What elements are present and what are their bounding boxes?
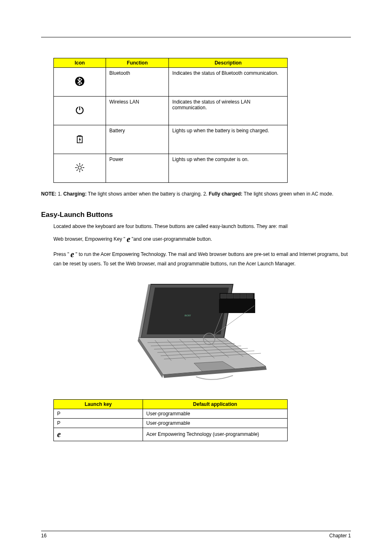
col-description: Description — [169, 58, 288, 68]
svg-line-12 — [82, 170, 83, 170]
table-row: Bluetooth Indicates the status of Blueto… — [54, 68, 288, 97]
table-row: Battery Lights up when the battery is be… — [54, 125, 288, 154]
launch-key-p1: P — [54, 409, 143, 418]
table-row: e Acer Empowering Technology (user-progr… — [54, 428, 288, 441]
col-launchkey: Launch key — [54, 399, 143, 409]
laptop-figure: acer — [114, 280, 278, 383]
chapter-label: Chapter 1 — [329, 533, 351, 539]
func-wlan: Wireless LAN — [106, 97, 169, 125]
func-bluetooth: Bluetooth — [106, 68, 169, 97]
page-number: 16 — [41, 533, 46, 539]
paragraph-3: Press " e " to run the Acer Empowering T… — [53, 249, 351, 267]
svg-rect-35 — [221, 294, 226, 298]
launch-key-e: e — [54, 428, 143, 441]
func-battery: Battery — [106, 125, 169, 154]
svg-rect-37 — [234, 294, 240, 298]
indicator-icons-table: Icon Function Description Bluetooth Indi… — [53, 58, 288, 183]
wireless-lan-icon — [74, 104, 85, 116]
svg-marker-5 — [79, 137, 81, 143]
empowering-key-icon: e — [71, 250, 74, 259]
svg-text:acer: acer — [184, 313, 191, 317]
empowering-key-icon: e — [127, 235, 130, 244]
launch-app-p1: User-programmable — [143, 409, 288, 418]
table-row: P User-programmable — [54, 409, 288, 418]
svg-point-6 — [78, 166, 81, 169]
svg-line-14 — [77, 170, 78, 170]
bluetooth-icon — [74, 76, 85, 87]
svg-rect-38 — [240, 294, 246, 298]
svg-rect-40 — [219, 299, 255, 313]
power-icon — [74, 162, 85, 173]
launch-key-p2: P — [54, 418, 143, 428]
battery-icon — [74, 133, 85, 145]
paragraph-2: Web browser, Empowering Key " e "and one… — [53, 233, 351, 245]
svg-line-13 — [82, 165, 83, 166]
col-defaultapp: Default application — [143, 399, 288, 409]
empowering-key-icon: e — [57, 430, 61, 439]
launch-keys-table: Launch key Default application P User-pr… — [53, 399, 288, 441]
table-row: Wireless LAN Indicates the status of wir… — [54, 97, 288, 125]
desc-bluetooth: Indicates the status of Bluetooth commun… — [169, 68, 288, 97]
col-icon: Icon — [54, 58, 106, 68]
svg-rect-39 — [247, 294, 253, 298]
launch-app-e: Acer Empowering Technology (user-program… — [143, 428, 288, 441]
desc-battery: Lights up when the battery is being char… — [169, 125, 288, 154]
svg-rect-36 — [227, 294, 233, 298]
page-footer: 16 Chapter 1 — [41, 531, 351, 539]
func-power: Power — [106, 154, 169, 183]
table-row: P User-programmable — [54, 418, 288, 428]
section-title: Easy-Launch Buttons — [41, 211, 351, 219]
desc-power: Lights up when the computer is on. — [169, 154, 288, 183]
desc-wlan: Indicates the status of wireless LAN com… — [169, 97, 288, 125]
note-text: NOTE: 1. Charging: The light shows amber… — [41, 191, 351, 197]
col-function: Function — [106, 58, 169, 68]
paragraph-1: Located above the keyboard are four butt… — [53, 223, 351, 230]
table-row: Power Lights up when the computer is on. — [54, 154, 288, 183]
launch-app-p2: User-programmable — [143, 418, 288, 428]
svg-line-11 — [77, 165, 78, 166]
